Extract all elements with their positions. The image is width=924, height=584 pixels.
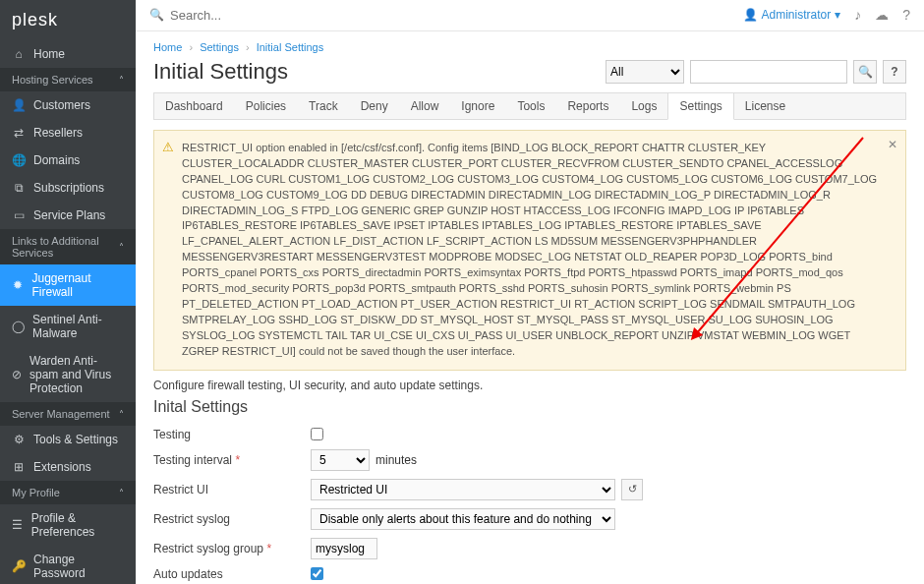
- testing-label: Testing: [153, 428, 311, 441]
- testing-interval-select[interactable]: 5: [311, 449, 370, 471]
- sidebar-item-tools-settings[interactable]: ⚙Tools & Settings: [0, 426, 136, 453]
- chevron-up-icon: ˄: [119, 488, 124, 498]
- sidebar-item-label: Tools & Settings: [33, 433, 118, 446]
- sidebar-item-customers[interactable]: 👤Customers: [0, 91, 136, 119]
- sidebar-section-head[interactable]: My Profile˄: [0, 481, 136, 504]
- tab-ignore[interactable]: Ignore: [450, 93, 506, 119]
- auto-updates-label: Auto updates: [153, 567, 311, 581]
- breadcrumb: Home › Settings › Initial Settings: [153, 37, 906, 57]
- sidebar-section-head[interactable]: Server Management˄: [0, 402, 136, 426]
- testing-checkbox[interactable]: [311, 428, 323, 440]
- sidebar-item-label: Juggernaut Firewall: [32, 271, 125, 299]
- tab-tools[interactable]: Tools: [506, 93, 556, 119]
- breadcrumb-home[interactable]: Home: [153, 41, 182, 53]
- sidebar-item-label: Extensions: [33, 460, 91, 474]
- sidebar-item-home[interactable]: ⌂ Home: [0, 40, 136, 68]
- sidebar-item-domains[interactable]: 🌐Domains: [0, 146, 136, 174]
- search-icon: 🔍: [149, 8, 164, 22]
- cloud-icon[interactable]: ☁: [875, 7, 889, 23]
- sidebar-item-label: Profile & Preferences: [31, 511, 124, 539]
- page-title: Initial Settings: [153, 59, 288, 85]
- sidebar-item-resellers[interactable]: ⇄Resellers: [0, 119, 136, 146]
- chevron-down-icon: ▾: [835, 8, 840, 22]
- user-menu[interactable]: 👤 Administrator ▾: [743, 8, 841, 22]
- tab-deny[interactable]: Deny: [350, 93, 400, 119]
- tools-settings-icon: ⚙: [12, 433, 26, 446]
- sidebar-item-label: Home: [33, 47, 65, 61]
- filter-input[interactable]: [690, 60, 847, 84]
- warning-alert: ⚠ ✕ RESTRICT_UI option enabled in [/etc/…: [153, 130, 906, 371]
- testing-interval-unit: minutes: [375, 453, 417, 467]
- sidebar-item-label: Domains: [33, 153, 80, 167]
- tab-dashboard[interactable]: Dashboard: [154, 93, 235, 119]
- reset-button[interactable]: ↺: [621, 479, 643, 500]
- restrict-syslog-select[interactable]: Disable only alerts about this feature a…: [311, 508, 615, 530]
- sidebar-item-subscriptions[interactable]: ⧉Subscriptions: [0, 174, 136, 202]
- topbar: 🔍 👤 Administrator ▾ ♪ ☁ ?: [136, 0, 924, 31]
- sidebar-item-warden[interactable]: ⊘Warden Anti-spam and Virus Protection: [0, 347, 136, 402]
- restrict-syslog-group-input[interactable]: [311, 538, 377, 559]
- sidebar-item-label: Change Password: [33, 553, 124, 580]
- tab-policies[interactable]: Policies: [235, 93, 298, 119]
- alert-text: RESTRICT_UI option enabled in [/etc/csf/…: [182, 142, 877, 357]
- breadcrumb-initial[interactable]: Initial Settings: [257, 41, 323, 53]
- sidebar-section-head[interactable]: Hosting Services˄: [0, 68, 136, 91]
- sentinel-icon: ◯: [12, 320, 25, 333]
- subscriptions-icon: ⧉: [12, 181, 26, 195]
- magnifier-icon: 🔍: [858, 65, 873, 79]
- restrict-ui-select[interactable]: Restricted UI: [311, 479, 615, 500]
- user-name: Administrator: [762, 8, 832, 22]
- close-icon[interactable]: ✕: [888, 137, 897, 153]
- filter-select[interactable]: All: [606, 60, 684, 84]
- search-button[interactable]: 🔍: [853, 60, 877, 84]
- description: Configure firewall testing, UI security,…: [153, 379, 906, 392]
- help-button[interactable]: ?: [883, 60, 906, 84]
- brand-logo: plesk: [0, 0, 136, 40]
- restrict-syslog-group-label: Restrict syslog group: [153, 542, 263, 555]
- sidebar-item-profile[interactable]: ☰Profile & Preferences: [0, 504, 136, 546]
- tab-license[interactable]: License: [734, 93, 797, 119]
- warning-icon: ⚠: [162, 139, 174, 157]
- tab-reports[interactable]: Reports: [556, 93, 620, 119]
- domains-icon: 🌐: [12, 153, 26, 167]
- home-icon: ⌂: [12, 47, 26, 61]
- notification-icon[interactable]: ♪: [854, 7, 861, 23]
- tab-logs[interactable]: Logs: [620, 93, 668, 119]
- sidebar-item-change-password[interactable]: 🔑Change Password: [0, 546, 136, 584]
- sidebar-item-label: Service Plans: [33, 208, 105, 222]
- sidebar-section-head[interactable]: Links to Additional Services˄: [0, 229, 136, 264]
- juggernaut-icon: ✹: [12, 278, 25, 292]
- content: Home › Settings › Initial Settings Initi…: [136, 31, 924, 584]
- sidebar-item-extensions[interactable]: ⊞Extensions: [0, 453, 136, 481]
- tab-allow[interactable]: Allow: [400, 93, 451, 119]
- restrict-ui-label: Restrict UI: [153, 483, 311, 496]
- warden-icon: ⊘: [12, 368, 22, 381]
- undo-icon: ↺: [628, 483, 637, 496]
- help-icon[interactable]: ?: [902, 7, 910, 23]
- change-password-icon: 🔑: [12, 559, 26, 573]
- breadcrumb-settings[interactable]: Settings: [200, 41, 239, 53]
- search-input[interactable]: [170, 8, 367, 23]
- sidebar-item-label: Subscriptions: [33, 181, 104, 195]
- chevron-up-icon: ˄: [119, 409, 124, 420]
- resellers-icon: ⇄: [12, 126, 26, 140]
- sidebar-item-juggernaut[interactable]: ✹Juggernaut Firewall: [0, 264, 136, 306]
- tab-settings[interactable]: Settings: [667, 92, 733, 120]
- tab-track[interactable]: Track: [298, 93, 350, 119]
- restrict-syslog-label: Restrict syslog: [153, 512, 311, 526]
- sidebar: plesk ⌂ Home Hosting Services˄👤Customers…: [0, 0, 136, 584]
- customers-icon: 👤: [12, 98, 26, 112]
- sidebar-item-label: Sentinel Anti-Malware: [32, 313, 124, 340]
- sidebar-item-label: Customers: [33, 98, 90, 112]
- service-plans-icon: ▭: [12, 208, 26, 222]
- sidebar-item-label: Resellers: [33, 126, 83, 140]
- sidebar-item-label: Warden Anti-spam and Virus Protection: [29, 354, 124, 395]
- search-box[interactable]: 🔍: [149, 8, 733, 23]
- auto-updates-checkbox[interactable]: [311, 567, 323, 580]
- sidebar-item-sentinel[interactable]: ◯Sentinel Anti-Malware: [0, 306, 136, 347]
- sidebar-item-service-plans[interactable]: ▭Service Plans: [0, 202, 136, 229]
- profile-icon: ☰: [12, 518, 24, 532]
- chevron-up-icon: ˄: [119, 75, 124, 86]
- extensions-icon: ⊞: [12, 460, 26, 474]
- section-title: Inital Settings: [153, 398, 906, 416]
